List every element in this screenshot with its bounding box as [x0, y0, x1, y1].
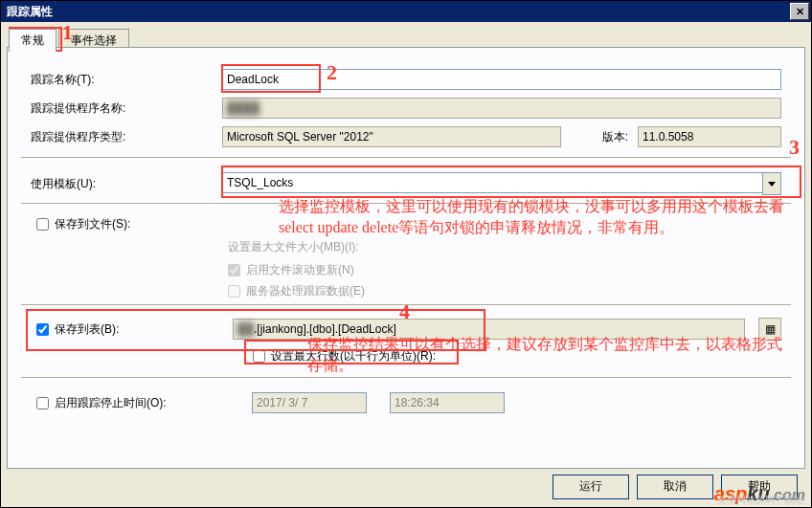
label-stop-time: 启用跟踪停止时间(O): [55, 395, 246, 411]
server-proc-checkbox [228, 285, 240, 298]
stop-time-checkbox[interactable] [36, 397, 49, 409]
run-button[interactable]: 运行 [553, 475, 629, 499]
version-value: 11.0.5058 [638, 126, 781, 147]
label-save-file: 保存到文件(S): [55, 216, 130, 232]
annot-3: 3 [789, 135, 800, 160]
tab-panel: 跟踪名称(T): 跟踪提供程序名称: ████ 跟踪提供程序类型: Micros… [7, 47, 805, 469]
rollover-checkbox [228, 264, 240, 276]
watermark-sub: 免费网站源码下载站 [717, 494, 803, 507]
template-value: TSQL_Locks [222, 172, 762, 193]
titlebar: 跟踪属性 ✕ [1, 1, 811, 22]
label-rollover: 启用文件滚动更新(N) [246, 262, 354, 278]
close-icon[interactable]: ✕ [790, 3, 809, 20]
label-save-table: 保存到表(B): [55, 321, 227, 338]
label-max-file: 设置最大文件大小(MB)(I): [228, 239, 359, 255]
label-template: 使用模板(U): [31, 176, 222, 192]
label-server-proc: 服务器处理跟踪数据(E) [246, 283, 365, 299]
client-area: 常规 事件选择 跟踪名称(T): 跟踪提供程序名称: ████ 跟踪提供程序类型… [1, 22, 811, 507]
template-combo[interactable]: TSQL_Locks [222, 172, 781, 195]
annot-table-note: 保存监控结果可以有个选择，建议存放到某个监控库中去，以表格形式存储。 [307, 334, 786, 376]
tab-general[interactable]: 常规 [9, 29, 56, 52]
trace-name-input[interactable] [222, 69, 781, 90]
cancel-button[interactable]: 取消 [637, 475, 713, 499]
save-file-checkbox[interactable] [36, 218, 49, 231]
separator-1 [21, 157, 791, 160]
provider-name-value: ████ [222, 98, 781, 119]
window-title: 跟踪属性 [7, 4, 53, 20]
annot-4: 4 [399, 299, 410, 324]
label-version: 版本: [571, 129, 628, 145]
annot-1: 1 [62, 20, 73, 45]
max-rows-checkbox[interactable] [253, 350, 265, 363]
label-provider-name: 跟踪提供程序名称: [31, 100, 222, 117]
separator-4 [21, 377, 791, 380]
label-provider-type: 跟踪提供程序类型: [31, 129, 222, 145]
label-trace-name: 跟踪名称(T): [31, 72, 222, 88]
provider-type-value: Microsoft SQL Server "2012" [222, 126, 561, 147]
dialog-window: 跟踪属性 ✕ 常规 事件选择 跟踪名称(T): 跟踪提供程序名称: ████ 跟… [0, 0, 812, 508]
annot-template-note: 选择监控模板，这里可以使用现有的锁模块，没事可以多用用这个模板去看select … [279, 196, 786, 238]
stop-time-value: 18:26:34 [390, 392, 505, 413]
save-table-checkbox[interactable] [36, 323, 49, 336]
chevron-down-icon[interactable] [762, 172, 781, 195]
stop-date-value: 2017/ 3/ 7 [252, 392, 367, 413]
annot-2: 2 [327, 60, 337, 85]
